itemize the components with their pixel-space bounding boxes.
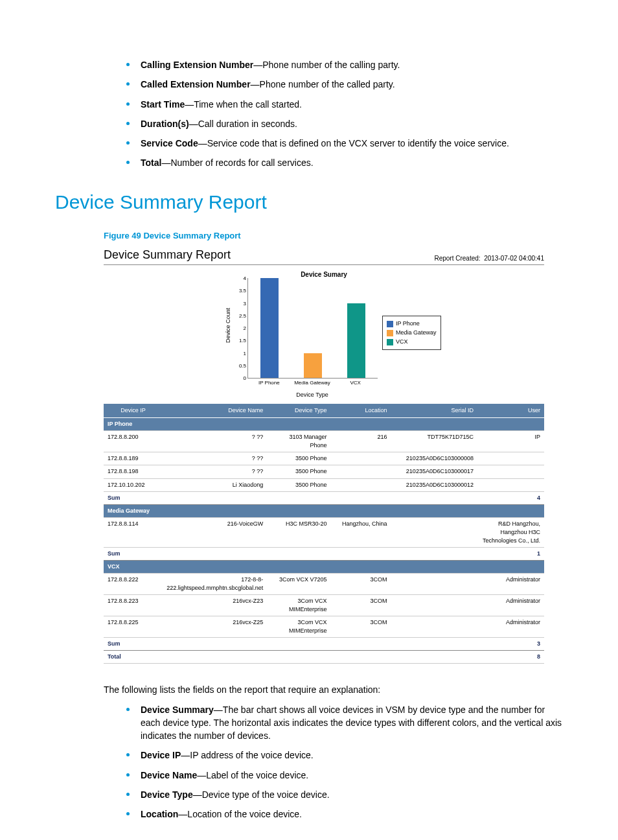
table-row: 172.8.8.189? ??3500 Phone210235A0D6C1030… [104, 452, 544, 465]
group-header: IP Phone [104, 418, 544, 431]
field-item: Called Extension Number—Phone number of … [126, 78, 563, 91]
top-field-list: Calling Extension Number—Phone number of… [126, 58, 563, 170]
field-item: Calling Extension Number—Phone number of… [126, 58, 563, 71]
table-row: 172.8.8.222172-8-8-222.lightspeed.mmphtn… [104, 573, 544, 594]
bar-ip-phone [260, 278, 279, 378]
explain-intro: The following lists the fields on the re… [104, 683, 563, 696]
section-heading: Device Summary Report [55, 188, 563, 216]
field-item: Location—Location of the voice device. [126, 808, 563, 821]
report-title: Device Summary Report [104, 246, 231, 263]
field-item: Device Type—Device type of the voice dev… [126, 788, 563, 801]
table-row: 172.8.8.198? ??3500 Phone210235A0D6C1030… [104, 465, 544, 478]
report-figure: Device Summary Report Report Created: 20… [104, 246, 544, 664]
col-header: User [477, 404, 544, 418]
field-item: Device Summary—The bar chart shows all v… [126, 703, 563, 743]
field-item: Service Code—Service code that is define… [126, 137, 563, 150]
table-row: 172.8.8.200? ??3103 Manager Phone216TDT7… [104, 431, 544, 452]
table-row: 172.8.8.223216vcx-Z233Com VCX MIMEnterpr… [104, 594, 544, 616]
col-header: Device Type [267, 404, 330, 418]
col-header: Location [330, 404, 391, 418]
device-table: Device IPDevice NameDevice TypeLocationS… [104, 404, 544, 664]
table-row: 172.8.8.225216vcx-Z253Com VCX MIMEnterpr… [104, 616, 544, 638]
table-row: 172.8.8.114216-VoiceGWH3C MSR30-20Hangzh… [104, 517, 544, 547]
bar-vcx [347, 303, 365, 379]
group-header: Media Gateway [104, 504, 544, 517]
field-item: Start Time—Time when the call started. [126, 98, 563, 111]
figure-caption: Figure 49 Device Summary Report [104, 230, 563, 242]
report-created: Report Created: 2013-07-02 04:00:41 [434, 254, 544, 264]
field-item: Duration(s)—Call duration in seconds. [126, 117, 563, 130]
field-item: Device Name—Label of the voice device. [126, 769, 563, 782]
device-summary-chart: Device Sumary Device Count 00.511.522.53… [104, 270, 544, 400]
col-header: Device IP [104, 404, 163, 418]
field-item: Total—Number of records for call service… [126, 156, 563, 169]
table-row: 172.10.10.202Li Xiaodong3500 Phone210235… [104, 478, 544, 491]
field-item: Device IP—IP address of the voice device… [126, 749, 563, 762]
col-header: Serial ID [391, 404, 477, 418]
group-header: VCX [104, 560, 544, 573]
bar-media-gateway [304, 353, 322, 379]
x-axis-label: Device Type [247, 391, 377, 399]
chart-legend: IP PhoneMedia GatewayVCX [382, 316, 441, 350]
bottom-field-list: Device Summary—The bar chart shows all v… [126, 703, 563, 821]
col-header: Device Name [163, 404, 267, 418]
